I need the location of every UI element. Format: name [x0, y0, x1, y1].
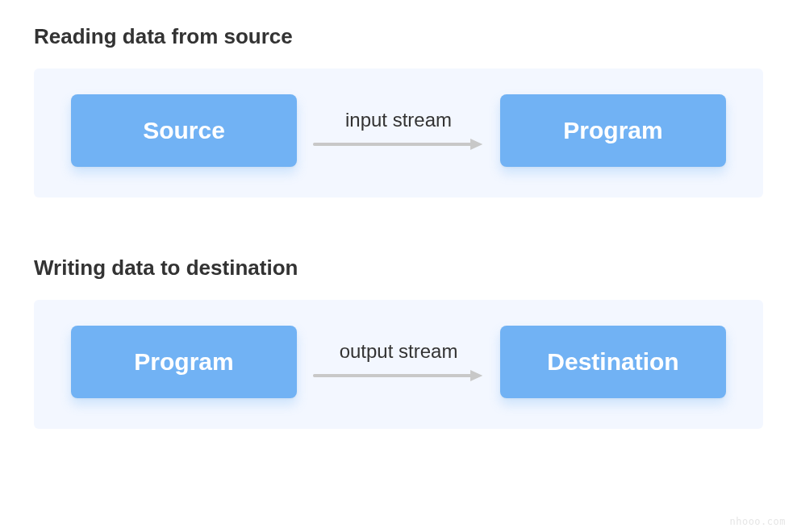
arrow-label-input: input stream — [345, 109, 452, 131]
svg-marker-3 — [470, 370, 482, 381]
node-source: Source — [71, 94, 297, 167]
watermark: nhooo.com — [729, 516, 786, 527]
section-title-reading: Reading data from source — [34, 24, 763, 49]
arrow-label-output: output stream — [340, 340, 458, 363]
node-program-write: Program — [71, 326, 297, 398]
section-gap — [34, 197, 763, 256]
node-program-read: Program — [500, 94, 726, 167]
section-title-writing: Writing data to destination — [34, 256, 763, 281]
arrow-right-icon — [313, 136, 484, 152]
panel-reading: Source input stream Program — [34, 69, 763, 197]
arrow-right-icon — [313, 368, 484, 384]
panel-writing: Program output stream Destination — [34, 300, 763, 429]
node-destination: Destination — [500, 326, 726, 398]
arrow-input-stream: input stream — [313, 109, 484, 152]
svg-marker-1 — [470, 139, 482, 150]
arrow-output-stream: output stream — [313, 340, 484, 384]
